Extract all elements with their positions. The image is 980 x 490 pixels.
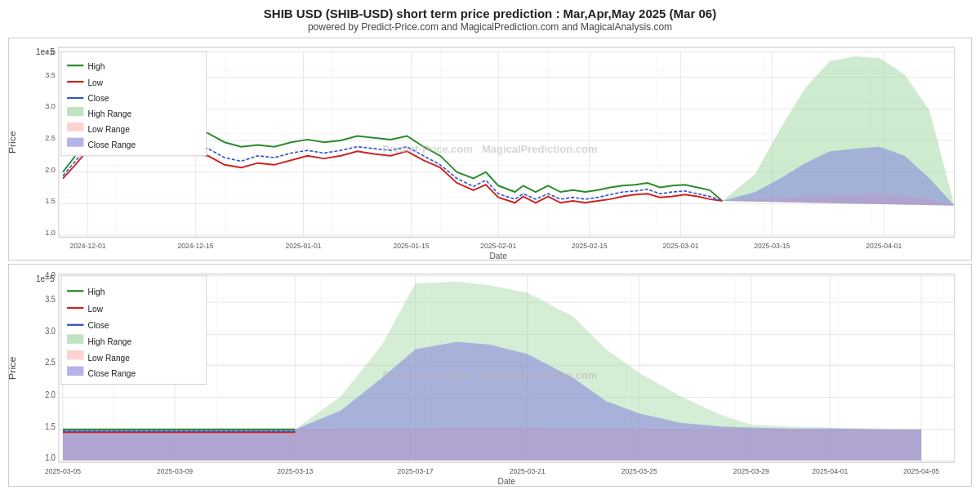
legend-closerange-label-2: Close Range	[87, 368, 136, 379]
legend-low-label-1: Low	[87, 77, 103, 87]
x-tick-c2-7: 2025-03-29	[733, 467, 769, 476]
y-tick-6: 3.5	[45, 69, 56, 78]
x-tick-c1-1: 2024-12-01	[69, 241, 105, 249]
y-tick-4: 2.5	[45, 133, 56, 142]
x-axis-label-1: Date	[489, 250, 507, 260]
page-wrapper: SHIB USD (SHIB-USD) short term price pre…	[0, 0, 980, 490]
chart-panel-1: Predict-Price.com MagicalPrediction.com …	[8, 38, 972, 261]
y-tick-2: 1.5	[45, 196, 56, 205]
chart-panel-2: Predict-Price.com MagicalPrediction.com …	[8, 264, 972, 487]
x-tick-c1-3: 2025-01-01	[285, 241, 321, 249]
x-tick-c1-2: 2024-12-15	[177, 241, 213, 249]
chart-svg-1: Price 1e−5 1.0 1.5 2.0 2.5 3.0 3.5 4.0	[9, 38, 971, 260]
y-tick-1: 1.0	[45, 228, 56, 237]
legend-close-label-1: Close	[87, 93, 109, 104]
y-tick-3: 2.0	[45, 164, 56, 173]
chart-svg-2: Price 1e−5 1.0 1.5 2.0 2.5 3.0 3.5 4.0	[9, 265, 971, 486]
x-tick-c1-6: 2025-02-15	[572, 241, 608, 249]
y-tick-2-4: 2.5	[45, 358, 56, 368]
legend-low-label-2: Low	[87, 303, 103, 314]
x-tick-c1-9: 2025-04-01	[866, 241, 902, 249]
legend-closerange-label-1: Close Range	[87, 139, 136, 149]
page-title: SHIB USD (SHIB-USD) short term price pre…	[8, 7, 972, 20]
legend-lowrange-label-1: Low Range	[87, 124, 129, 135]
y-tick-7: 4.0	[45, 47, 56, 56]
legend-high-label-1: High	[87, 60, 105, 71]
x-tick-c2-5: 2025-03-21	[510, 467, 546, 476]
x-tick-c1-8: 2025-03-15	[754, 241, 790, 249]
y-tick-5: 3.0	[45, 101, 56, 110]
y-axis-label-2: Price	[9, 356, 18, 380]
x-tick-c1-4: 2025-01-15	[393, 241, 429, 249]
legend-closerange-box-2	[67, 367, 83, 376]
legend-lowrange-box-1	[67, 122, 83, 131]
y-tick-2-3: 2.0	[45, 390, 56, 399]
y-tick-2-5: 3.0	[45, 327, 56, 336]
x-tick-c2-4: 2025-03-17	[398, 467, 434, 476]
legend-highrange-box-2	[67, 334, 83, 344]
page-subtitle: powered by Predict-Price.com and Magical…	[8, 21, 972, 33]
charts-container: Predict-Price.com MagicalPrediction.com …	[8, 34, 972, 487]
page-header: SHIB USD (SHIB-USD) short term price pre…	[8, 7, 972, 33]
x-tick-c2-9: 2025-04-05	[903, 467, 939, 476]
y-tick-2-1: 1.0	[45, 452, 56, 462]
x-axis-label-2: Date	[498, 475, 515, 486]
legend-highrange-label-2: High Range	[87, 336, 131, 346]
y-tick-2-6: 3.5	[45, 295, 56, 305]
x-tick-c2-8: 2025-04-01	[812, 467, 848, 476]
legend-lowrange-box-2	[67, 350, 83, 360]
x-tick-c2-1: 2025-03-05	[45, 467, 81, 476]
x-tick-c1-5: 2025-02-01	[480, 241, 516, 249]
legend-lowrange-label-2: Low Range	[87, 352, 129, 363]
legend-closerange-box-1	[67, 138, 83, 147]
y-tick-2-2: 1.5	[45, 421, 56, 431]
legend-close-label-2: Close	[87, 320, 109, 331]
legend-highrange-box-1	[67, 107, 83, 116]
y-axis-label-1: Price	[9, 131, 17, 154]
x-tick-c2-2: 2025-03-09	[157, 467, 193, 476]
x-tick-c2-6: 2025-03-25	[621, 467, 657, 476]
y-tick-2-7: 4.0	[45, 271, 56, 281]
legend-high-label-2: High	[87, 286, 105, 296]
legend-highrange-label-1: High Range	[87, 109, 131, 119]
x-tick-c1-7: 2025-03-01	[663, 241, 699, 249]
x-tick-c2-3: 2025-03-13	[277, 467, 313, 476]
